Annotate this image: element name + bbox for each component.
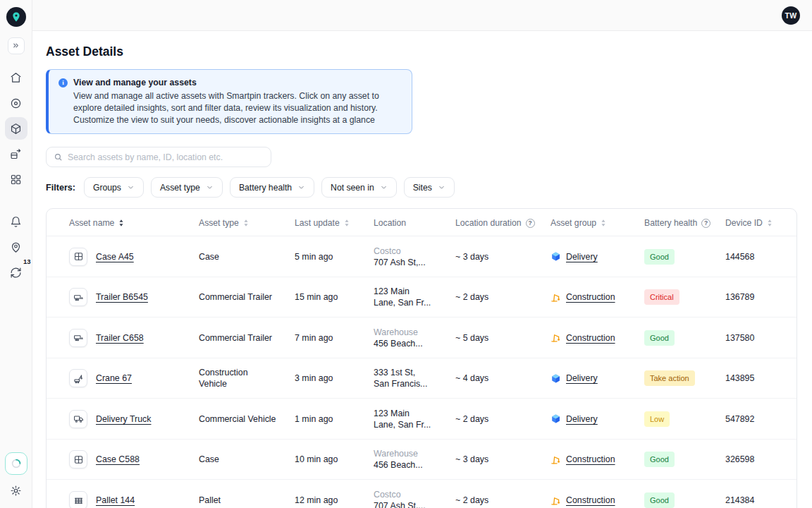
filter-chip-not-seen-in[interactable]: Not seen in: [321, 177, 397, 198]
bell-icon: [10, 216, 22, 228]
delivery-icon: [550, 413, 561, 424]
column-header-location-duration[interactable]: Location duration?: [455, 218, 550, 228]
delivery-icon: [550, 373, 561, 384]
construction-icon: [550, 292, 561, 303]
sidebar-item-monitor[interactable]: [5, 92, 27, 114]
user-avatar[interactable]: TW: [782, 6, 800, 25]
filters-row: Filters: GroupsAsset typeBattery healthN…: [46, 177, 797, 198]
search-icon: [54, 152, 63, 162]
search-input[interactable]: [68, 152, 264, 162]
column-header-asset-type[interactable]: Asset type: [199, 218, 295, 228]
column-header-last-update[interactable]: Last update: [295, 218, 374, 228]
location-cell: Costco 707 Ash St,...: [374, 246, 455, 268]
brand-icon[interactable]: [5, 452, 27, 475]
location-line1: Costco: [374, 489, 437, 500]
table-row[interactable]: Pallet 144 Pallet 12 min ago Costco 707 …: [47, 480, 796, 508]
crane-icon: [69, 369, 87, 387]
column-header-location[interactable]: Location: [374, 218, 455, 228]
asset-name-link[interactable]: Trailer B6545: [96, 291, 148, 303]
location-line2: 456 Beach...: [374, 338, 437, 349]
sidebar-item-sync[interactable]: 13: [5, 261, 27, 284]
column-header-asset-name[interactable]: Asset name: [69, 218, 199, 228]
info-icon: i: [59, 78, 68, 87]
battery-status-badge: Good: [644, 249, 675, 265]
last-update-cell: 15 min ago: [295, 291, 374, 303]
asset-name-link[interactable]: Case C588: [96, 454, 140, 465]
sort-icon[interactable]: [243, 219, 249, 227]
asset-group-link[interactable]: Construction: [566, 454, 615, 465]
last-update-cell: 3 min ago: [295, 373, 374, 384]
filter-chip-battery-health[interactable]: Battery health: [230, 177, 314, 198]
table-body: Case A45 Case 5 min ago Costco 707 Ash S…: [47, 236, 796, 508]
table-row[interactable]: Delivery Truck Commercial Vehicle 1 min …: [47, 399, 796, 440]
sidebar-item-assets[interactable]: [5, 117, 27, 140]
device-id-cell: 144568: [725, 251, 796, 262]
sort-icon[interactable]: [118, 219, 124, 227]
sync-icon: [10, 267, 22, 279]
column-header-asset-group[interactable]: Asset group: [550, 218, 644, 228]
column-label: Location: [374, 218, 406, 228]
table-row[interactable]: Crane 67 Construction Vehicle 3 min ago …: [47, 358, 796, 399]
asset-name-link[interactable]: Delivery Truck: [96, 413, 152, 425]
map-pin-logo-icon: [11, 11, 22, 23]
asset-name-link[interactable]: Pallet 144: [96, 495, 135, 506]
app-logo[interactable]: [6, 7, 26, 27]
last-update-cell: 12 min ago: [295, 495, 374, 506]
sidebar-item-notifications[interactable]: [5, 210, 27, 233]
asset-name-link[interactable]: Case A45: [96, 251, 134, 262]
location-cell: Costco 707 Ash St,...: [374, 489, 455, 508]
settings-gear-icon[interactable]: [6, 480, 27, 501]
sidebar-item-locations[interactable]: [5, 236, 27, 258]
help-icon[interactable]: ?: [526, 219, 535, 228]
asset-group-link[interactable]: Delivery: [566, 413, 598, 425]
sidebar-nav: 13: [5, 66, 27, 284]
asset-group-link[interactable]: Delivery: [566, 251, 598, 262]
asset-type-cell: Case: [199, 251, 295, 262]
column-label: Device ID: [725, 218, 763, 228]
sort-icon[interactable]: [767, 219, 773, 227]
column-label: Battery health: [644, 218, 697, 228]
asset-name-link[interactable]: Crane 67: [96, 373, 132, 384]
truck-icon: [69, 410, 87, 428]
asset-group-cell: Construction: [550, 291, 644, 303]
filters-label: Filters:: [46, 183, 75, 193]
column-label: Asset group: [550, 218, 596, 228]
sidebar-expand-button[interactable]: [8, 37, 25, 54]
sidebar-item-apps[interactable]: [5, 168, 27, 190]
help-icon[interactable]: ?: [701, 219, 710, 228]
column-header-battery-health[interactable]: Battery health?: [644, 218, 725, 228]
asset-group-cell: Delivery: [550, 373, 644, 384]
table-row[interactable]: Trailer C658 Commercial Trailer 7 min ag…: [47, 318, 796, 358]
search-box[interactable]: [46, 147, 271, 167]
asset-group-link[interactable]: Construction: [566, 291, 615, 303]
sidebar-item-home[interactable]: [5, 66, 27, 89]
location-cell: 123 Main Lane, San Fr...: [374, 408, 455, 430]
sort-icon[interactable]: [601, 219, 606, 227]
filter-chip-sites[interactable]: Sites: [404, 177, 455, 198]
battery-health-cell: Take action: [644, 370, 725, 386]
table-row[interactable]: Case A45 Case 5 min ago Costco 707 Ash S…: [47, 236, 796, 277]
location-duration-cell: ~ 2 days: [455, 413, 550, 425]
sort-icon[interactable]: [344, 219, 350, 227]
trailer-icon: [69, 329, 87, 347]
filter-chip-label: Sites: [413, 183, 432, 193]
asset-group-link[interactable]: Construction: [566, 495, 615, 506]
column-header-device-id[interactable]: Device ID: [725, 218, 796, 228]
asset-group-link[interactable]: Construction: [566, 332, 615, 344]
asset-name-link[interactable]: Trailer C658: [96, 332, 144, 344]
asset-group-cell: Delivery: [550, 251, 644, 262]
location-duration-cell: ~ 3 days: [455, 454, 550, 465]
chevron-down-icon: [380, 183, 388, 191]
filter-chip-groups[interactable]: Groups: [84, 177, 144, 198]
home-icon: [10, 72, 22, 84]
location-duration-cell: ~ 4 days: [455, 373, 550, 384]
table-row[interactable]: Trailer B6545 Commercial Trailer 15 min …: [47, 277, 796, 318]
device-id-cell: 143895: [725, 373, 796, 384]
table-row[interactable]: Case C588 Case 10 min ago Warehouse 456 …: [47, 440, 796, 480]
filter-chip-asset-type[interactable]: Asset type: [151, 177, 223, 198]
sync-count-badge: 13: [23, 258, 31, 265]
main-content: Asset Details i View and manage your ass…: [32, 31, 812, 508]
case-icon: [69, 450, 87, 468]
sidebar-item-shipments[interactable]: [5, 143, 27, 165]
asset-group-link[interactable]: Delivery: [566, 373, 598, 384]
